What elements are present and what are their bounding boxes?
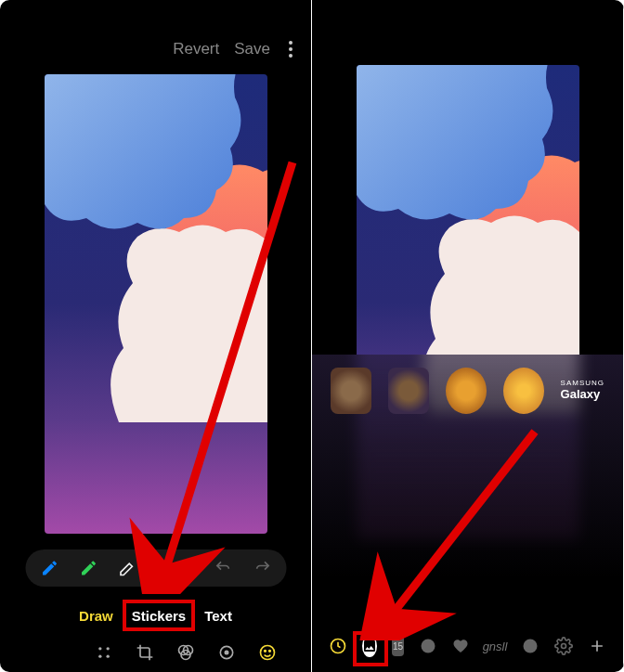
avatar-icon[interactable]	[521, 635, 540, 657]
svg-point-15	[524, 640, 538, 653]
redo-icon[interactable]	[251, 557, 273, 579]
adjust-icon[interactable]	[216, 642, 237, 663]
gallery-sticker-icon[interactable]	[362, 635, 377, 657]
sticker-person-1[interactable]	[331, 368, 371, 414]
sticker-person-2[interactable]	[388, 368, 429, 414]
divider	[194, 559, 195, 577]
pen-blue-icon[interactable]	[38, 557, 60, 579]
pencil-icon[interactable]	[116, 557, 138, 579]
mode-tabs: Draw Stickers Text	[79, 608, 232, 624]
phone-left-editor: Revert Save	[0, 0, 312, 672]
white-shape	[100, 218, 267, 422]
highlighter-icon[interactable]	[77, 557, 99, 579]
svg-point-14	[422, 640, 436, 653]
text-sticker-icon[interactable]: gnsll	[484, 635, 506, 657]
sticker-panel: SAMSUNG Galaxy	[312, 355, 623, 577]
svg-point-2	[98, 655, 101, 658]
recent-stickers-row: SAMSUNG Galaxy	[312, 355, 623, 427]
undo-icon[interactable]	[212, 557, 234, 579]
sticker-jar[interactable]	[446, 368, 487, 414]
calendar-day: 15	[393, 641, 403, 652]
sticker-category-bar: 15 gnsll	[312, 635, 623, 657]
recent-icon[interactable]	[329, 635, 347, 657]
svg-point-3	[107, 655, 110, 658]
top-toolbar: Revert Save	[173, 37, 296, 61]
more-options-icon[interactable]	[285, 37, 296, 61]
revert-button[interactable]: Revert	[173, 40, 219, 58]
eraser-icon[interactable]	[155, 557, 177, 579]
svg-point-9	[261, 646, 275, 660]
filters-icon[interactable]	[176, 642, 196, 663]
heart-icon[interactable]	[452, 635, 469, 657]
blue-shape	[45, 74, 249, 237]
transform-icon[interactable]	[94, 642, 114, 663]
editor-bottom-nav	[94, 642, 278, 663]
svg-point-10	[265, 651, 266, 653]
tab-text[interactable]: Text	[204, 608, 232, 624]
emoji-icon[interactable]	[419, 635, 437, 657]
save-button[interactable]: Save	[234, 40, 270, 58]
image-preview[interactable]	[45, 74, 267, 534]
svg-point-16	[562, 644, 566, 649]
svg-point-8	[225, 651, 228, 653]
svg-point-0	[98, 647, 101, 650]
svg-point-1	[107, 647, 110, 650]
blue-shape-r	[357, 65, 561, 227]
tab-stickers[interactable]: Stickers	[132, 608, 186, 624]
galaxy-text: Galaxy	[561, 388, 604, 401]
galaxy-logo: SAMSUNG Galaxy	[561, 380, 604, 401]
calendar-sticker-icon[interactable]: 15	[392, 636, 404, 656]
tab-draw[interactable]: Draw	[79, 608, 113, 624]
sticker-food[interactable]	[503, 368, 544, 414]
add-icon[interactable]	[588, 635, 606, 657]
decorate-icon[interactable]	[257, 642, 278, 663]
phone-right-stickers: SAMSUNG Galaxy 15 gnsll	[312, 0, 624, 672]
crop-icon[interactable]	[135, 642, 155, 663]
svg-point-11	[269, 651, 271, 653]
settings-icon[interactable]	[554, 635, 573, 657]
draw-tools-toolbar	[25, 549, 286, 587]
